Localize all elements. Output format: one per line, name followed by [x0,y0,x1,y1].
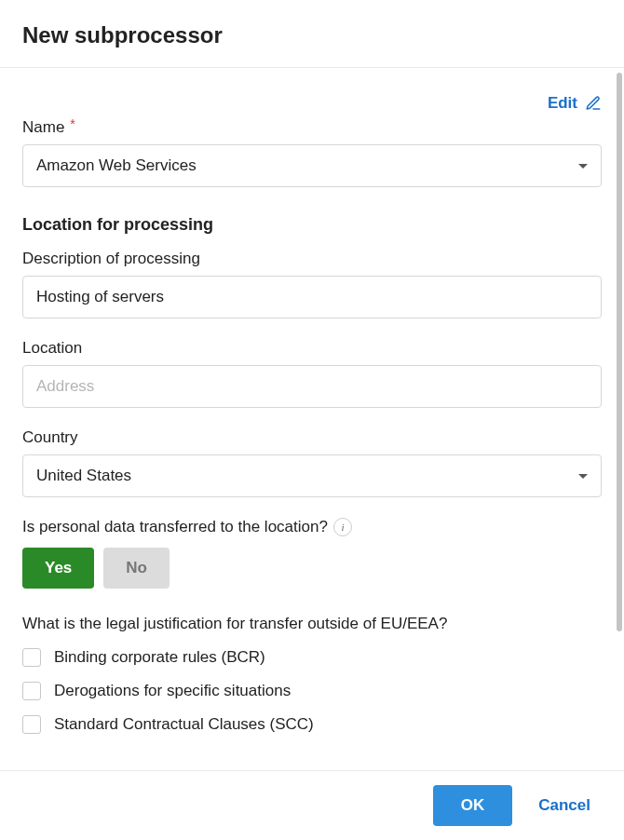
justification-option[interactable]: Binding corporate rules (BCR) [22,648,602,667]
toggle-no-button[interactable]: No [103,548,170,589]
description-label: Description of processing [22,250,602,268]
checkbox-icon[interactable] [22,682,41,700]
section-location-title: Location for processing [22,215,602,235]
location-input[interactable] [36,377,588,396]
transfer-question: Is personal data transferred to the loca… [22,518,328,536]
country-label: Country [22,428,602,447]
location-input-wrapper[interactable] [22,365,602,408]
name-label: Name * [22,118,602,137]
edit-link[interactable]: Edit [548,94,577,113]
description-input-wrapper[interactable] [22,276,602,318]
dialog-title: New subprocessor [22,22,602,48]
transfer-toggle: Yes No [22,548,602,589]
pencil-icon[interactable] [585,95,602,112]
description-input[interactable] [36,288,588,306]
name-field: Name * Amazon Web Services [22,118,602,187]
toggle-yes-button[interactable]: Yes [22,548,94,589]
country-field: Country United States [22,428,602,497]
dialog-header: New subprocessor [0,0,624,68]
cancel-button[interactable]: Cancel [538,796,590,815]
caret-down-icon [578,474,588,479]
location-field: Location [22,339,602,408]
scrollbar[interactable] [617,73,622,631]
option-label: Standard Contractual Clauses (SCC) [54,715,314,734]
location-label: Location [22,339,602,358]
ok-button[interactable]: OK [433,785,513,826]
caret-down-icon [578,164,588,169]
name-select[interactable]: Amazon Web Services [22,144,602,187]
justification-option[interactable]: Derogations for specific situations [22,682,602,700]
justification-option[interactable]: Standard Contractual Clauses (SCC) [22,715,602,734]
checkbox-icon[interactable] [22,715,41,734]
description-field: Description of processing [22,250,602,318]
justification-question: What is the legal justification for tran… [22,615,602,633]
info-icon[interactable]: i [333,518,352,536]
transfer-question-row: Is personal data transferred to the loca… [22,518,602,536]
dialog-footer: OK Cancel [0,770,624,840]
option-label: Derogations for specific situations [54,682,291,700]
name-select-value: Amazon Web Services [36,156,197,175]
country-select-value: United States [36,467,131,485]
required-mark: * [70,116,75,131]
option-label: Binding corporate rules (BCR) [54,648,265,667]
form-body: Edit Name * Amazon Web Services Location… [0,72,624,770]
country-select[interactable]: United States [22,454,602,497]
checkbox-icon[interactable] [22,648,41,667]
edit-action-row: Edit [22,94,602,113]
